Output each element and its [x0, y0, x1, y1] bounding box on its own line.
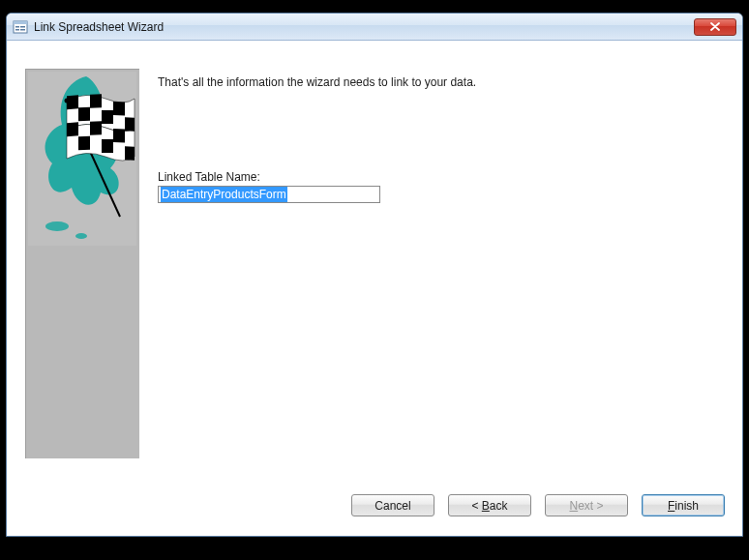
svg-rect-12: [113, 102, 125, 115]
svg-rect-18: [113, 129, 125, 142]
app-icon: [13, 19, 28, 35]
wizard-info-text: That's all the information the wizard ne…: [158, 75, 476, 89]
button-divider: [24, 479, 725, 480]
svg-rect-3: [15, 29, 19, 31]
svg-rect-1: [14, 21, 27, 24]
next-button: Next >: [545, 494, 628, 516]
svg-rect-21: [125, 146, 135, 161]
titlebar: Link Spreadsheet Wizard: [7, 14, 742, 41]
svg-point-6: [45, 221, 69, 231]
wizard-buttons: Cancel < Back Next > Finish: [351, 494, 725, 516]
wizard-content: That's all the information the wizard ne…: [15, 46, 734, 528]
svg-rect-17: [90, 121, 102, 134]
cancel-button[interactable]: Cancel: [351, 494, 434, 516]
input-value-selected: DataEntryProductsForm: [161, 187, 287, 202]
close-button[interactable]: [694, 18, 736, 36]
finish-button-label: Finish: [668, 499, 699, 513]
svg-rect-4: [20, 26, 25, 28]
next-button-label: Next >: [569, 499, 603, 513]
svg-rect-19: [78, 136, 90, 151]
wizard-side-panel: [24, 68, 140, 459]
linked-table-name-input[interactable]: DataEntryProductsForm: [158, 186, 380, 203]
svg-rect-2: [15, 26, 19, 28]
svg-point-7: [75, 233, 87, 239]
close-icon: [710, 22, 720, 31]
svg-rect-10: [67, 95, 78, 109]
svg-rect-16: [67, 122, 78, 136]
svg-rect-5: [20, 29, 25, 31]
svg-rect-20: [102, 139, 113, 153]
finish-flag-illustration: [28, 72, 136, 246]
back-button[interactable]: < Back: [448, 494, 531, 516]
back-button-label: < Back: [471, 499, 507, 513]
svg-rect-14: [102, 110, 113, 124]
wizard-window: Link Spreadsheet Wizard: [6, 13, 743, 537]
window-title: Link Spreadsheet Wizard: [34, 20, 694, 34]
linked-table-name-label: Linked Table Name:: [158, 170, 260, 184]
finish-button[interactable]: Finish: [642, 494, 725, 516]
cancel-button-label: Cancel: [374, 499, 410, 513]
svg-rect-13: [78, 107, 90, 122]
svg-rect-11: [90, 94, 102, 107]
svg-rect-15: [125, 117, 135, 132]
